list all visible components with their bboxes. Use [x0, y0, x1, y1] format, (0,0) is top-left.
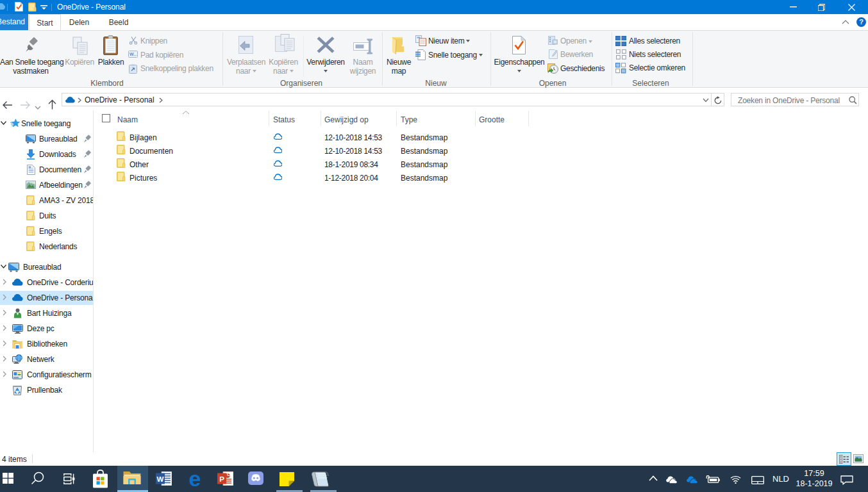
svg-text:P: P [219, 475, 224, 483]
svg-text:?: ? [859, 18, 864, 26]
svg-text:W: W [157, 475, 164, 483]
svg-text:W: W [129, 52, 134, 56]
